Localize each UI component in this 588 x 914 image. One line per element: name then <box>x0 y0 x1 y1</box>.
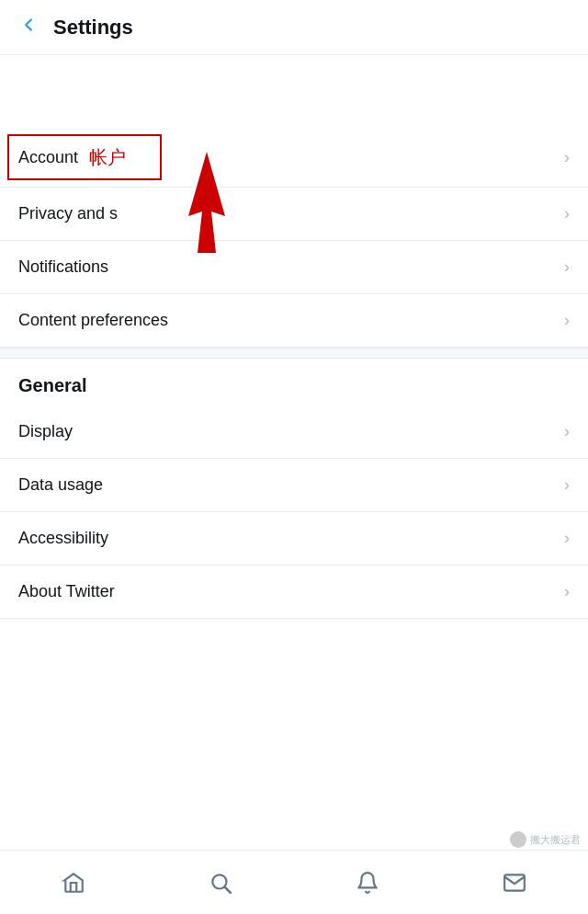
notifications-item[interactable]: Notifications › <box>0 241 588 294</box>
accessibility-item[interactable]: Accessibility › <box>0 512 588 566</box>
general-heading-text: General <box>18 375 86 395</box>
mail-icon <box>503 871 526 895</box>
nav-home-button[interactable] <box>43 863 104 902</box>
home-icon <box>62 871 85 895</box>
svg-line-2 <box>225 886 231 892</box>
search-icon <box>209 871 232 895</box>
chevron-icon: › <box>564 475 570 495</box>
privacy-label: Privacy and s <box>18 204 118 223</box>
account-label: Account <box>18 148 78 167</box>
content-preferences-label: Content preferences <box>18 311 168 330</box>
settings-section-1: Account 帐户 › Privacy and s › Notificatio… <box>0 129 588 348</box>
display-item[interactable]: Display › <box>0 406 588 459</box>
watermark-text: 搬大搬运君 <box>530 833 581 847</box>
data-usage-label: Data usage <box>18 475 103 495</box>
chevron-icon: › <box>564 529 570 548</box>
bottom-nav <box>0 850 588 914</box>
nav-notifications-button[interactable] <box>337 863 398 902</box>
general-section-heading: General <box>0 359 588 406</box>
chevron-icon: › <box>564 257 570 277</box>
content-preferences-item[interactable]: Content preferences › <box>0 294 588 348</box>
chevron-icon: › <box>564 582 570 601</box>
chevron-icon: › <box>564 148 570 167</box>
watermark: 搬大搬运君 <box>510 831 581 848</box>
account-chinese-label: 帐户 <box>89 145 126 170</box>
header: Settings <box>0 0 588 55</box>
settings-section-2: Display › Data usage › Accessibility › A… <box>0 406 588 619</box>
chevron-icon: › <box>564 422 570 441</box>
about-twitter-item[interactable]: About Twitter › <box>0 566 588 619</box>
about-twitter-label: About Twitter <box>18 582 115 601</box>
account-label-row: Account 帐户 <box>18 145 126 170</box>
data-usage-item[interactable]: Data usage › <box>0 459 588 512</box>
privacy-item[interactable]: Privacy and s › <box>0 188 588 241</box>
chevron-icon: › <box>564 204 570 223</box>
display-label: Display <box>18 422 73 441</box>
accessibility-label: Accessibility <box>18 529 108 548</box>
account-item[interactable]: Account 帐户 › <box>0 129 588 188</box>
top-spacer <box>0 55 588 129</box>
page-title: Settings <box>53 16 133 40</box>
bell-icon <box>356 871 379 895</box>
chevron-icon: › <box>564 311 570 330</box>
notifications-label: Notifications <box>18 257 108 277</box>
back-button[interactable] <box>18 15 39 40</box>
nav-search-button[interactable] <box>190 863 251 902</box>
section-divider <box>0 348 588 359</box>
nav-messages-button[interactable] <box>484 863 545 902</box>
watermark-icon <box>510 831 526 848</box>
